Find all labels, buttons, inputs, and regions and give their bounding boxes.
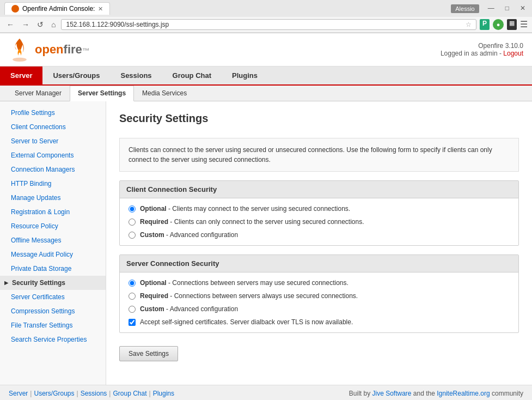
nav-sessions[interactable]: Sessions: [110, 66, 162, 84]
browser-chrome: Openfire Admin Console: ✕ Alessio — □ ✕ …: [0, 0, 532, 33]
sidebar-item-search-service-properties[interactable]: Search Service Properties: [0, 332, 106, 347]
server-optional-option: Optional - Connections between servers m…: [129, 279, 510, 287]
sidebar-item-client-connections[interactable]: Client Connections: [0, 120, 106, 134]
server-connection-security-section: Server Connection Security Optional - Co…: [119, 254, 519, 333]
window-controls: Alessio — □ ✕: [451, 4, 528, 13]
tab-close-icon[interactable]: ✕: [98, 5, 103, 13]
accept-self-signed-checkbox[interactable]: [129, 319, 136, 326]
client-connection-security-section: Client Connection Security Optional - Cl…: [119, 180, 519, 246]
footer-link-server[interactable]: Server: [9, 390, 28, 397]
server-optional-label[interactable]: Optional - Connections between servers m…: [140, 279, 348, 287]
server-required-label[interactable]: Required - Connections between servers a…: [140, 292, 358, 300]
tab-label: Openfire Admin Console:: [22, 5, 95, 13]
main-nav: Server Users/Groups Sessions Group Chat …: [0, 66, 532, 86]
client-optional-option: Optional - Clients may connect to the se…: [129, 205, 510, 213]
browser-tab[interactable]: Openfire Admin Console: ✕: [4, 2, 110, 15]
logout-link[interactable]: Logout: [503, 50, 523, 57]
sidebar: Profile Settings Client Connections Serv…: [0, 101, 106, 385]
header-info: Openfire 3.10.0 Logged in as admin - Log…: [441, 42, 523, 57]
nav-server[interactable]: Server: [0, 66, 42, 84]
client-optional-radio[interactable]: [129, 205, 136, 213]
home-button[interactable]: ⌂: [49, 19, 58, 30]
sidebar-item-http-binding[interactable]: HTTP Binding: [0, 177, 106, 191]
sidebar-item-file-transfer-settings[interactable]: File Transfer Settings: [0, 318, 106, 332]
sub-nav: Server Manager Server Settings Media Ser…: [0, 86, 532, 101]
footer-link-group-chat[interactable]: Group Chat: [113, 390, 146, 397]
sidebar-item-external-components[interactable]: External Components: [0, 148, 106, 162]
address-text: 152.168.1.122:9090/ssl-settings.jsp: [66, 21, 466, 28]
forward-button[interactable]: →: [20, 19, 32, 30]
sidebar-item-profile-settings[interactable]: Profile Settings: [0, 106, 106, 120]
footer-right: Built by Jive Software and the IgniteRea…: [349, 390, 523, 397]
page-title: Security Settings: [119, 112, 519, 129]
server-optional-radio[interactable]: [129, 280, 136, 287]
client-custom-label[interactable]: Custom - Advanced configuration: [140, 231, 238, 239]
sidebar-item-offline-messages[interactable]: Offline Messages: [0, 233, 106, 247]
extension-circle-icon[interactable]: ●: [493, 19, 504, 30]
sidebar-item-manage-updates[interactable]: Manage Updates: [0, 191, 106, 205]
accept-self-signed-label[interactable]: Accept self-signed certificates. Server …: [140, 318, 353, 326]
svg-point-0: [13, 58, 27, 62]
sidebar-item-message-audit-policy[interactable]: Message Audit Policy: [0, 247, 106, 262]
subnav-media-services[interactable]: Media Services: [134, 86, 195, 101]
subnav-server-manager[interactable]: Server Manager: [7, 86, 70, 101]
bookmark-icon[interactable]: ☆: [466, 21, 472, 28]
logo-text: openfire™: [35, 43, 90, 57]
server-custom-option: Custom - Advanced configuration: [129, 305, 510, 313]
client-section-body: Optional - Clients may connect to the se…: [120, 198, 518, 245]
toolbar-extensions: P ● ▦ ☰: [480, 19, 528, 30]
server-custom-label[interactable]: Custom - Advanced configuration: [140, 305, 238, 313]
close-button[interactable]: ✕: [518, 4, 528, 13]
extension-film-icon[interactable]: ▦: [507, 19, 517, 30]
sidebar-item-connection-managers[interactable]: Connection Managers: [0, 162, 106, 177]
header-login-text: Logged in as admin - Logout: [441, 50, 523, 57]
extension-p-icon[interactable]: P: [480, 19, 490, 30]
footer-igniterealtime-link[interactable]: IgniteRealtime.org: [437, 390, 490, 397]
back-button[interactable]: ←: [4, 19, 16, 30]
browser-titlebar: Openfire Admin Console: ✕ Alessio — □ ✕: [0, 0, 532, 17]
header-version: Openfire 3.10.0: [441, 42, 523, 50]
maximize-button[interactable]: □: [503, 4, 511, 13]
server-custom-radio[interactable]: [129, 306, 136, 313]
sidebar-item-compression-settings[interactable]: Compression Settings: [0, 304, 106, 318]
nav-users-groups[interactable]: Users/Groups: [42, 66, 110, 84]
client-optional-label[interactable]: Optional - Clients may connect to the se…: [140, 205, 350, 213]
sidebar-item-server-certificates[interactable]: Server Certificates: [0, 290, 106, 304]
sidebar-item-server-to-server[interactable]: Server to Server: [0, 134, 106, 148]
server-section-body: Optional - Connections between servers m…: [120, 272, 518, 332]
address-bar[interactable]: 152.168.1.122:9090/ssl-settings.jsp ☆: [61, 19, 476, 30]
tab-favicon: [11, 5, 19, 13]
user-badge: Alessio: [451, 4, 479, 13]
reload-button[interactable]: ↺: [35, 19, 46, 30]
save-settings-button[interactable]: Save Settings: [119, 346, 178, 361]
footer-jive-software-link[interactable]: Jive Software: [372, 390, 411, 397]
footer-link-sessions[interactable]: Sessions: [81, 390, 107, 397]
sidebar-item-security-settings[interactable]: Security Settings: [0, 276, 106, 290]
tab-bar: Openfire Admin Console: ✕: [4, 2, 110, 15]
client-required-radio[interactable]: [129, 219, 136, 226]
server-required-radio[interactable]: [129, 293, 136, 300]
client-custom-radio[interactable]: [129, 232, 136, 239]
main-content: Security Settings Clients can connect to…: [106, 101, 532, 385]
footer-link-plugins[interactable]: Plugins: [153, 390, 174, 397]
app-footer: Server | Users/Groups | Sessions | Group…: [0, 385, 532, 400]
menu-icon[interactable]: ☰: [520, 19, 528, 30]
minimize-button[interactable]: —: [486, 4, 497, 13]
client-required-option: Required - Clients can only connect to t…: [129, 218, 510, 226]
app-header: openfire™ Openfire 3.10.0 Logged in as a…: [0, 33, 532, 66]
footer-link-users-groups[interactable]: Users/Groups: [34, 390, 74, 397]
client-section-title: Client Connection Security: [120, 181, 518, 198]
server-section-title: Server Connection Security: [120, 255, 518, 272]
nav-plugins[interactable]: Plugins: [222, 66, 268, 84]
client-custom-option: Custom - Advanced configuration: [129, 231, 510, 239]
subnav-server-settings[interactable]: Server Settings: [70, 86, 134, 101]
app-body: Profile Settings Client Connections Serv…: [0, 101, 532, 385]
sidebar-item-resource-policy[interactable]: Resource Policy: [0, 219, 106, 233]
nav-group-chat[interactable]: Group Chat: [162, 66, 222, 84]
sidebar-item-registration-login[interactable]: Registration & Login: [0, 205, 106, 219]
logo-area: openfire™: [9, 38, 90, 62]
footer-nav: Server | Users/Groups | Sessions | Group…: [9, 390, 174, 397]
client-required-label[interactable]: Required - Clients can only connect to t…: [140, 218, 364, 226]
sidebar-item-private-data-storage[interactable]: Private Data Storage: [0, 262, 106, 276]
server-required-option: Required - Connections between servers a…: [129, 292, 510, 300]
